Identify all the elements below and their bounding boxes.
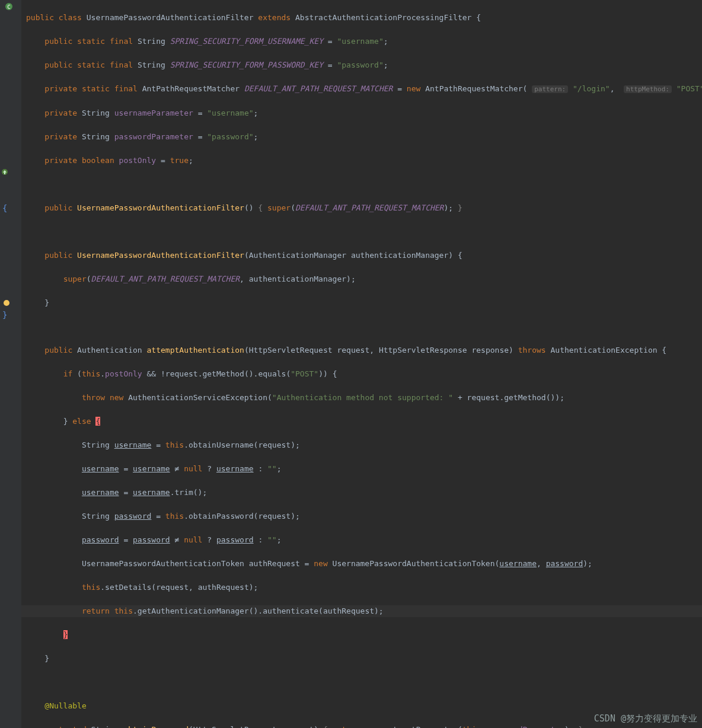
gutter: C { } bbox=[0, 0, 21, 728]
svg-text:C: C bbox=[7, 4, 10, 10]
svg-point-4 bbox=[4, 300, 9, 306]
watermark: CSDN @努力变得更加专业 bbox=[594, 713, 697, 724]
override-up-icon[interactable] bbox=[1, 168, 9, 177]
svg-text:{: { bbox=[2, 204, 7, 212]
bulb-icon[interactable] bbox=[2, 299, 11, 307]
svg-text:}: } bbox=[2, 311, 7, 319]
brace-left-icon: { bbox=[2, 204, 11, 212]
code-editor: C { } public class UsernamePasswordAuthe… bbox=[0, 0, 702, 728]
code-area[interactable]: public class UsernamePasswordAuthenticat… bbox=[21, 0, 702, 728]
caret-line[interactable]: return this.getAuthenticationManager().a… bbox=[21, 605, 702, 617]
class-icon: C bbox=[5, 2, 13, 11]
brace-right-icon: } bbox=[2, 311, 11, 319]
